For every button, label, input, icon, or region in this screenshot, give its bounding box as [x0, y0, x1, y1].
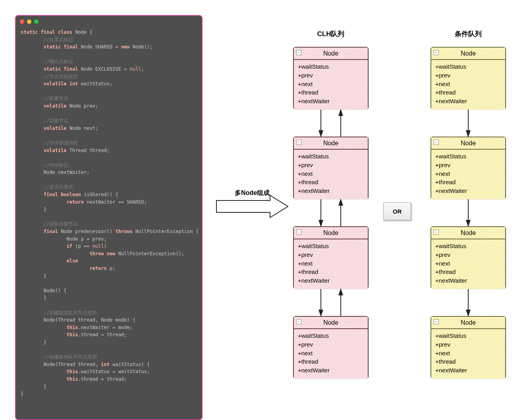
node-field: +nextWaiter [298, 187, 364, 195]
node-field: +next [298, 170, 364, 178]
node-field: +prev [435, 71, 501, 80]
big-arrow-icon [216, 195, 288, 218]
node-field: +thread [298, 268, 364, 276]
collapse-icon[interactable]: − [434, 140, 439, 145]
code-block: static final class Node { //共享式标记 static… [16, 27, 202, 404]
collapse-icon[interactable]: − [296, 319, 301, 324]
node-field: +waitStatus [435, 331, 501, 340]
clh-node-3: −Node+waitStatus+prev+next+thread+nextWa… [293, 226, 369, 289]
clh-node-1: −Node+waitStatus+prev+next+thread+nextWa… [293, 47, 369, 110]
close-icon[interactable] [20, 19, 24, 24]
cond-node-1: −Node+waitStatus+prev+next+thread+nextWa… [430, 47, 506, 110]
node-body: +waitStatus+prev+next+thread+nextWaiter [431, 60, 505, 110]
collapse-icon[interactable]: − [296, 229, 301, 235]
node-field: +prev [435, 340, 501, 349]
node-field: +nextWaiter [298, 97, 364, 106]
node-body: +waitStatus+prev+next+thread+nextWaiter [431, 239, 505, 289]
zoom-icon[interactable] [34, 19, 39, 24]
node-header: −Node [431, 227, 505, 239]
node-field: +waitStatus [435, 242, 501, 250]
node-body: +waitStatus+prev+next+thread+nextWaiter [294, 150, 368, 199]
node-body: +waitStatus+prev+next+thread+nextWaiter [294, 60, 368, 110]
node-field: +prev [298, 340, 364, 349]
node-name: Node [323, 319, 338, 326]
node-field: +next [435, 349, 501, 358]
node-field: +prev [435, 161, 501, 170]
cond-node-3: −Node+waitStatus+prev+next+thread+nextWa… [430, 226, 506, 289]
node-field: +nextWaiter [435, 187, 501, 195]
collapse-icon[interactable]: − [434, 319, 439, 324]
node-field: +next [435, 259, 501, 268]
node-field: +thread [435, 357, 501, 366]
or-box: OR [383, 202, 411, 220]
node-field: +prev [435, 250, 501, 259]
clh-node-4: −Node+waitStatus+prev+next+thread+nextWa… [293, 316, 369, 379]
node-field: +thread [435, 268, 501, 276]
node-header: −Node [431, 48, 505, 60]
node-name: Node [461, 140, 476, 146]
node-name: Node [461, 319, 476, 326]
node-header: −Node [294, 227, 368, 239]
node-field: +thread [435, 88, 501, 97]
node-field: +next [298, 259, 364, 268]
cond-node-4: −Node+waitStatus+prev+next+thread+nextWa… [430, 316, 506, 379]
node-field: +prev [298, 161, 364, 170]
node-field: +prev [298, 250, 364, 259]
node-body: +waitStatus+prev+next+thread+nextWaiter [294, 239, 368, 289]
node-field: +waitStatus [298, 62, 364, 71]
arrow-label: 多Node组成 [230, 189, 274, 197]
node-field: +nextWaiter [298, 366, 364, 375]
node-field: +next [435, 80, 501, 89]
node-header: −Node [431, 317, 505, 329]
node-field: +thread [298, 357, 364, 366]
node-field: +prev [298, 71, 364, 80]
window-titlebar [16, 16, 202, 27]
node-field: +waitStatus [435, 62, 501, 71]
node-name: Node [323, 140, 338, 146]
collapse-icon[interactable]: − [434, 50, 439, 55]
collapse-icon[interactable]: − [296, 140, 301, 145]
node-header: −Node [431, 137, 505, 150]
node-field: +next [435, 170, 501, 178]
node-field: +thread [298, 178, 364, 187]
node-field: +nextWaiter [435, 366, 501, 375]
node-field: +thread [298, 88, 364, 97]
node-field: +next [298, 80, 364, 89]
node-body: +waitStatus+prev+next+thread+nextWaiter [294, 329, 368, 379]
collapse-icon[interactable]: − [296, 50, 301, 55]
node-field: +waitStatus [435, 152, 501, 161]
node-field: +waitStatus [298, 242, 364, 250]
node-name: Node [323, 229, 338, 236]
minimize-icon[interactable] [27, 19, 31, 24]
collapse-icon[interactable]: − [434, 229, 439, 235]
clh-node-2: −Node+waitStatus+prev+next+thread+nextWa… [293, 137, 369, 199]
node-name: Node [323, 50, 338, 57]
node-name: Node [461, 229, 476, 236]
clh-title: CLH队列 [293, 29, 369, 39]
node-header: −Node [294, 48, 368, 60]
node-field: +waitStatus [298, 152, 364, 161]
node-body: +waitStatus+prev+next+thread+nextWaiter [431, 150, 505, 199]
node-name: Node [461, 50, 476, 57]
node-body: +waitStatus+prev+next+thread+nextWaiter [431, 329, 505, 379]
node-field: +next [298, 349, 364, 358]
node-field: +nextWaiter [298, 276, 364, 285]
code-window: static final class Node { //共享式标记 static… [15, 15, 203, 420]
node-field: +thread [435, 178, 501, 187]
diagram-canvas: static final class Node { //共享式标记 static… [8, 8, 527, 420]
node-field: +waitStatus [298, 331, 364, 340]
node-header: −Node [294, 137, 368, 150]
cond-title: 条件队列 [430, 29, 506, 39]
node-field: +nextWaiter [435, 276, 501, 285]
node-header: −Node [294, 317, 368, 329]
node-field: +nextWaiter [435, 97, 501, 106]
cond-node-2: −Node+waitStatus+prev+next+thread+nextWa… [430, 137, 506, 199]
